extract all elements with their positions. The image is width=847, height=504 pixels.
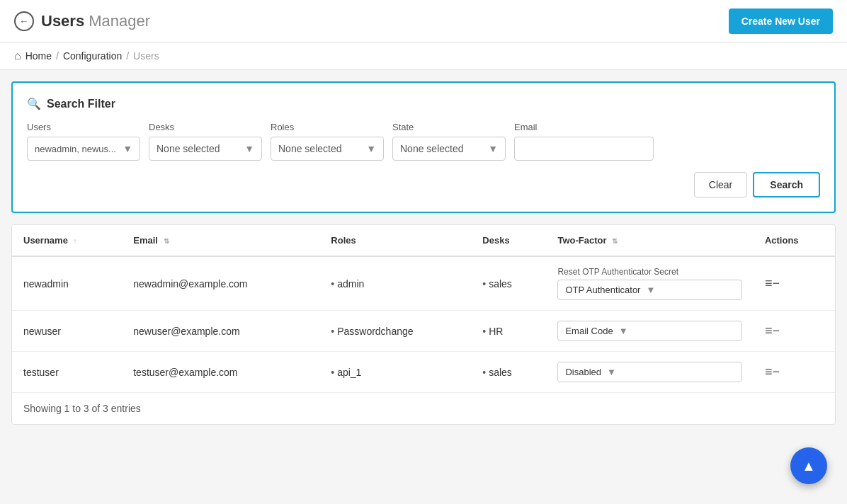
chevron-down-icon: ▼ (646, 285, 655, 295)
breadcrumb-configuration[interactable]: Configuration (63, 50, 122, 62)
cell-roles: admin (319, 256, 471, 311)
filter-desks-label: Desks (149, 122, 262, 132)
cell-username: newadmin (12, 256, 122, 311)
actions-menu-button[interactable]: ≡− (765, 323, 780, 338)
col-desks: Desks (471, 225, 546, 256)
two-factor-dropdown[interactable]: Disabled▼ (557, 362, 741, 382)
cell-desks: sales (471, 256, 546, 311)
desk-item: HR (482, 326, 535, 337)
cell-email: newadmin@example.com (122, 256, 319, 311)
filter-roles-field: Roles None selected ▼ (271, 122, 384, 161)
col-two-factor[interactable]: Two-Factor ⇅ (546, 225, 753, 256)
cell-two-factor: Email Code▼ (546, 311, 753, 352)
breadcrumb-separator-2: / (126, 50, 129, 62)
cell-actions: ≡− (754, 352, 835, 393)
breadcrumb-home[interactable]: Home (25, 50, 52, 62)
search-button[interactable]: Search (753, 172, 820, 197)
filter-roles-select[interactable]: None selected ▼ (271, 137, 384, 161)
cell-two-factor: Reset OTP Authenticator SecretOTP Authen… (546, 256, 753, 311)
two-factor-value: Disabled (565, 367, 601, 377)
filter-state-value: None selected (400, 143, 464, 154)
sort-icon-username: ↑ (74, 238, 77, 245)
filter-users-select[interactable]: newadmin, newus... ▼ (27, 137, 140, 161)
breadcrumb: ⌂ Home / Configuration / Users (0, 42, 847, 70)
cell-roles: api_1 (319, 352, 471, 393)
users-table-container: Username ↑ Email ⇅ Roles Desks Two-Facto (11, 224, 836, 425)
two-factor-dropdown[interactable]: OTP Authenticator▼ (557, 280, 741, 300)
cell-email: newuser@example.com (122, 311, 319, 352)
cell-desks: sales (471, 352, 546, 393)
two-factor-value: OTP Authenticator (565, 285, 640, 295)
filter-email-label: Email (514, 122, 654, 132)
chevron-down-icon: ▼ (607, 367, 616, 377)
search-filter-panel: 🔍 Search Filter Users newadmin, newus...… (11, 81, 836, 213)
col-actions: Actions (754, 225, 835, 256)
back-button[interactable]: ← (14, 11, 34, 31)
chevron-down-icon: ▼ (366, 143, 376, 154)
role-item: api_1 (331, 367, 460, 378)
chevron-down-icon: ▼ (488, 143, 498, 154)
actions-menu-button[interactable]: ≡− (765, 276, 780, 290)
filter-state-field: State None selected ▼ (392, 122, 506, 161)
create-new-user-button[interactable]: Create New User (729, 8, 833, 34)
desk-item: sales (482, 367, 535, 378)
cell-actions: ≡− (754, 311, 835, 352)
chevron-down-icon: ▼ (123, 143, 132, 154)
filter-email-field: Email (514, 122, 654, 161)
table-row: testusertestuser@example.comapi_1salesDi… (12, 352, 835, 393)
cell-two-factor: Disabled▼ (546, 352, 753, 393)
filter-state-select[interactable]: None selected ▼ (392, 137, 506, 161)
cell-desks: HR (471, 311, 546, 352)
filter-roles-value: None selected (278, 143, 342, 154)
desk-item: sales (482, 278, 535, 290)
filter-desks-value: None selected (157, 143, 220, 154)
chevron-down-icon: ▼ (619, 326, 628, 336)
main-content: 🔍 Search Filter Users newadmin, newus...… (0, 70, 847, 436)
filter-users-label: Users (27, 122, 140, 132)
breadcrumb-separator-1: / (56, 50, 59, 62)
filter-users-value: newadmin, newus... (35, 144, 116, 154)
back-arrow-icon: ← (19, 16, 29, 27)
search-icon: 🔍 (27, 97, 41, 110)
table-row: newadminnewadmin@example.comadminsalesRe… (12, 256, 835, 311)
filter-desks-field: Desks None selected ▼ (149, 122, 262, 161)
cell-actions: ≡− (754, 256, 835, 311)
col-roles: Roles (319, 225, 471, 256)
cell-username: testuser (12, 352, 122, 393)
col-username[interactable]: Username ↑ (12, 225, 122, 256)
filter-row: Users newadmin, newus... ▼ Desks None se… (27, 122, 820, 161)
filter-roles-label: Roles (271, 122, 384, 132)
actions-menu-button[interactable]: ≡− (765, 365, 780, 379)
filter-users-field: Users newadmin, newus... ▼ (27, 122, 140, 161)
reset-otp-label: Reset OTP Authenticator Secret (557, 267, 741, 277)
sort-icon-email: ⇅ (164, 238, 169, 245)
breadcrumb-current: Users (133, 50, 159, 62)
two-factor-value: Email Code (565, 326, 613, 336)
chevron-down-icon: ▼ (244, 143, 254, 154)
cell-email: testuser@example.com (122, 352, 319, 393)
role-item: admin (331, 278, 460, 290)
table-row: newusernewuser@example.comPasswordchange… (12, 311, 835, 352)
filter-desks-select[interactable]: None selected ▼ (149, 137, 262, 161)
header: ← Users Manager Create New User (0, 0, 847, 42)
role-item: Passwordchange (331, 326, 460, 337)
pagination-info: Showing 1 to 3 of 3 entries (12, 392, 835, 424)
table-header-row: Username ↑ Email ⇅ Roles Desks Two-Facto (12, 225, 835, 256)
two-factor-dropdown[interactable]: Email Code▼ (557, 321, 741, 341)
header-left: ← Users Manager (14, 11, 150, 31)
filter-email-input[interactable] (514, 137, 654, 161)
filter-actions: Clear Search (27, 172, 820, 197)
filter-state-label: State (392, 122, 506, 132)
cell-roles: Passwordchange (319, 311, 471, 352)
app-title: Users Manager (41, 12, 150, 30)
sort-icon-two-factor: ⇅ (612, 238, 618, 245)
col-email[interactable]: Email ⇅ (122, 225, 319, 256)
home-icon: ⌂ (14, 50, 21, 62)
search-filter-title: 🔍 Search Filter (27, 97, 820, 110)
clear-button[interactable]: Clear (694, 172, 747, 197)
cell-username: newuser (12, 311, 122, 352)
users-table: Username ↑ Email ⇅ Roles Desks Two-Facto (12, 225, 835, 392)
